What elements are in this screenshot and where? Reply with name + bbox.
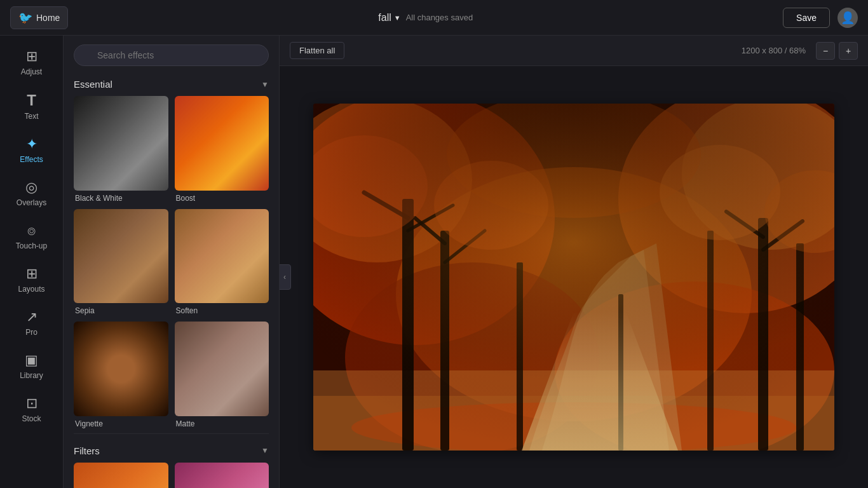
sidebar-item-overlays[interactable]: ◎ Overlays — [3, 173, 60, 214]
effect-item-bw[interactable]: Black & White — [74, 96, 168, 203]
home-icon: 🐦 — [18, 11, 32, 25]
avatar[interactable]: 👤 — [837, 8, 858, 28]
canvas-area: Flatten all 1200 x 800 / 68% − + ‹ — [280, 36, 868, 488]
home-label: Home — [36, 13, 60, 23]
image-dimensions: 1200 x 800 / 68% — [742, 46, 806, 55]
sidebar-item-text[interactable]: T Text — [3, 85, 60, 127]
effect-label-boost: Boost — [175, 194, 269, 203]
sidebar-item-effects[interactable]: ✦ Effects — [3, 130, 60, 170]
save-button[interactable]: Save — [783, 8, 830, 28]
zoom-in-icon: + — [846, 46, 851, 56]
sidebar-item-label: Library — [20, 371, 43, 380]
chevron-down-icon: ▼ — [394, 14, 401, 22]
effects-panel: 🔍 Essential ▼ Black & White Boost — [64, 36, 280, 488]
svg-rect-30 — [313, 104, 834, 451]
touchup-icon: ⌾ — [27, 222, 36, 239]
sidebar-item-adjust[interactable]: ⊞ Adjust — [3, 42, 60, 83]
canvas-image — [313, 104, 834, 451]
effect-item-matte[interactable]: Matte — [175, 322, 269, 428]
effect-label-matte: Matte — [175, 419, 269, 428]
canvas-info: 1200 x 800 / 68% − + — [742, 42, 858, 60]
canvas-toolbar: Flatten all 1200 x 800 / 68% − + — [280, 36, 868, 66]
effect-thumb-boost — [175, 96, 269, 191]
collapse-panel-button[interactable]: ‹ — [280, 264, 291, 290]
user-icon: 👤 — [841, 11, 855, 25]
collapse-icon: ‹ — [283, 273, 286, 281]
search-wrapper: 🔍 — [74, 44, 269, 66]
topbar-left: 🐦 Home — [10, 6, 68, 29]
zoom-controls: − + — [816, 42, 858, 60]
effect-item-morocco[interactable]: Morocco — [74, 463, 168, 489]
search-input[interactable] — [74, 44, 269, 66]
effect-thumb-vignette — [74, 322, 168, 416]
essential-section-header[interactable]: Essential ▼ — [74, 72, 269, 96]
sidebar-item-label: Layouts — [18, 285, 44, 294]
effect-thumb-soften — [175, 209, 269, 304]
topbar: 🐦 Home fall ▼ All changes saved Save 👤 — [0, 0, 868, 36]
topbar-center: fall ▼ All changes saved — [378, 12, 473, 24]
search-area: 🔍 — [64, 36, 279, 72]
effect-thumb-cairo — [175, 463, 269, 489]
project-name[interactable]: fall ▼ — [378, 12, 400, 24]
overlays-icon: ◎ — [25, 179, 37, 196]
essential-title: Essential — [74, 79, 112, 90]
home-button[interactable]: 🐦 Home — [10, 6, 68, 29]
filters-title: Filters — [74, 445, 100, 456]
effect-label-bw: Black & White — [74, 194, 168, 203]
effect-label-vignette: Vignette — [74, 419, 168, 428]
left-nav: ⊞ Adjust T Text ✦ Effects ◎ Overlays ⌾ T… — [0, 36, 64, 488]
essential-effects-grid: Black & White Boost Sepia Soften Vignett… — [74, 96, 269, 428]
effect-thumb-morocco — [74, 463, 168, 489]
sidebar-item-label: Touch-up — [16, 241, 47, 250]
sidebar-item-label: Text — [24, 112, 38, 121]
sidebar-item-touchup[interactable]: ⌾ Touch-up — [3, 216, 60, 257]
essential-chevron-icon: ▼ — [261, 80, 269, 89]
sidebar-item-label: Adjust — [21, 67, 42, 76]
sidebar-item-stock[interactable]: ⊡ Stock — [3, 389, 60, 430]
zoom-out-icon: − — [823, 46, 828, 56]
panel-content: Essential ▼ Black & White Boost Sepia — [64, 72, 279, 488]
effect-item-boost[interactable]: Boost — [175, 96, 269, 203]
adjust-icon: ⊞ — [26, 48, 37, 65]
effect-thumb-bw — [74, 96, 168, 191]
flatten-all-button[interactable]: Flatten all — [290, 42, 344, 59]
effect-label-sepia: Sepia — [74, 306, 168, 315]
sidebar-item-label: Stock — [22, 414, 41, 423]
zoom-in-button[interactable]: + — [839, 42, 858, 60]
text-icon: T — [27, 92, 36, 109]
canvas-image-container — [313, 104, 834, 451]
svg-rect-18 — [618, 294, 623, 451]
filters-section-header[interactable]: Filters ▼ — [74, 439, 269, 463]
effect-item-soften[interactable]: Soften — [175, 209, 269, 316]
pro-icon: ↗ — [26, 309, 37, 325]
sidebar-item-label: Effects — [20, 155, 43, 164]
section-divider — [74, 433, 269, 434]
canvas-viewport: ‹ — [280, 66, 868, 488]
effect-item-cairo[interactable]: Cairo — [175, 463, 269, 489]
main-area: ⊞ Adjust T Text ✦ Effects ◎ Overlays ⌾ T… — [0, 36, 868, 488]
sidebar-item-label: Pro — [25, 328, 37, 337]
canvas-svg-overlay — [313, 104, 834, 451]
effect-label-soften: Soften — [175, 306, 269, 315]
effect-item-sepia[interactable]: Sepia — [74, 209, 168, 316]
effects-icon: ✦ — [26, 136, 37, 152]
layouts-icon: ⊞ — [26, 266, 37, 282]
sidebar-item-library[interactable]: ▣ Library — [3, 346, 60, 386]
effect-item-vignette[interactable]: Vignette — [74, 322, 168, 428]
filters-chevron-icon: ▼ — [261, 446, 269, 455]
library-icon: ▣ — [25, 352, 38, 369]
filters-effects-grid: Morocco Cairo — [74, 463, 269, 489]
zoom-out-button[interactable]: − — [816, 42, 835, 60]
sidebar-item-pro[interactable]: ↗ Pro — [3, 302, 60, 343]
stock-icon: ⊡ — [26, 395, 37, 412]
sidebar-item-layouts[interactable]: ⊞ Layouts — [3, 259, 60, 300]
sidebar-item-label: Overlays — [17, 198, 46, 207]
topbar-right: Save 👤 — [783, 8, 858, 28]
effect-thumb-sepia — [74, 209, 168, 304]
effect-thumb-matte — [175, 322, 269, 416]
saved-status: All changes saved — [406, 13, 473, 22]
